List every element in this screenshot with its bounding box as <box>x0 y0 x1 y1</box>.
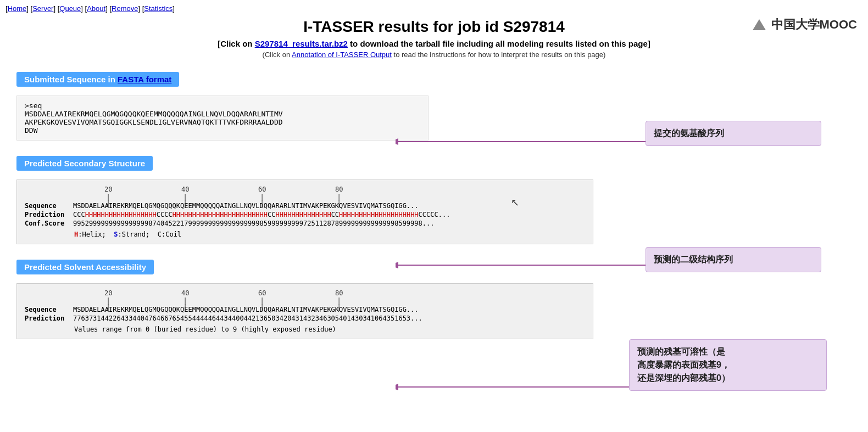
callout-solvent-accessibility: 预测的残基可溶性（是 高度暴露的表面残基9， 还是深埋的内部残基0） <box>629 339 827 391</box>
prediction-label: Prediction <box>25 211 73 218</box>
solvent-ruler-tick-40: 40| <box>181 289 189 311</box>
callout-secondary-structure: 预测的二级结构序列 <box>646 247 821 272</box>
confscore-row: Conf.Score 99529999999999999998740452217… <box>25 220 585 227</box>
secondary-structure-section: Predicted Secondary Structure 20| 40| 60… <box>0 148 868 244</box>
ruler-tick-40: 40| <box>181 186 189 207</box>
sequence-header-line: >seq <box>25 102 420 110</box>
ruler-tick-60: 60| <box>258 186 266 207</box>
ruler-tick-80: 80| <box>335 186 343 207</box>
nav-home[interactable]: Home <box>8 4 27 13</box>
sequence-line-3: DDW <box>25 126 420 134</box>
prediction-content: CCCHHHHHHHHHHHHHHHHHHCCCCHHHHHHHHHHHHHHH… <box>73 211 450 218</box>
nav-statistics[interactable]: Statistics <box>144 4 173 13</box>
solvent-prediction-content: 7763731442264334404764667654554444464434… <box>73 315 422 322</box>
solvent-ruler: 20| 40| 60| 80| <box>25 289 585 305</box>
sequence-content: MSDDAELAAIREKRMQELQGMQGQQQKQEEMMQQQQQAIN… <box>73 202 419 210</box>
secondary-structure-header: Predicted Secondary Structure <box>16 156 153 171</box>
solvent-ruler-tick-80: 80| <box>335 289 343 311</box>
page-title: I-TASSER results for job id S297814 <box>5 18 863 36</box>
solvent-prediction-label: Prediction <box>25 315 73 322</box>
arrow-3 <box>396 381 632 392</box>
ruler-tick-20: 20| <box>104 186 112 207</box>
page-header: I-TASSER results for job id S297814 [Cli… <box>0 15 868 64</box>
confscore-label: Conf.Score <box>25 220 73 227</box>
solvent-ruler-tick-20: 20| <box>104 289 112 311</box>
nav-remove[interactable]: Remove <box>112 4 138 13</box>
fasta-link[interactable]: FASTA format <box>118 75 171 84</box>
nav-queue[interactable]: Queue <box>59 4 81 13</box>
solvent-accessibility-header: Predicted Solvent Accessibility <box>16 260 154 274</box>
download-info: [Click on S297814_results.tar.bz2 to dow… <box>5 39 863 48</box>
nav-server[interactable]: Server <box>32 4 53 13</box>
secondary-ruler: 20| 40| 60| 80| <box>25 186 585 201</box>
callout-submitted-sequence: 提交的氨基酸序列 <box>646 121 821 146</box>
secondary-legend: H:Helix; S:Strand; C:Coil <box>25 231 585 238</box>
sequence-box: >seq MSDDAELAAIREKRMQELQGMQGQQQKQEEMMQQQ… <box>16 96 429 141</box>
sequence-label: Sequence <box>25 202 73 210</box>
mooc-label: 中国大学MOOC <box>771 16 857 33</box>
solvent-sequence-label: Sequence <box>25 306 73 313</box>
submitted-sequence-header: Submitted Sequence in FASTA format <box>16 72 179 87</box>
secondary-prediction-row: Prediction CCCHHHHHHHHHHHHHHHHHHCCCCHHHH… <box>25 211 585 218</box>
annotation-link[interactable]: Annotation of I-TASSER Output <box>292 51 392 59</box>
mooc-logo: 中国大学MOOC <box>750 16 857 33</box>
confscore-content: 9952999999999999999874045221799999999999… <box>73 220 434 227</box>
nav-about[interactable]: About <box>87 4 105 13</box>
sequence-line-2: AKPEKGKQVESVIVQMATSGQIGGKLSENDLIGLVERVNA… <box>25 118 420 126</box>
mooc-icon <box>750 17 768 32</box>
download-link[interactable]: S297814_results.tar.bz2 <box>255 39 348 48</box>
sequence-line-1: MSDDAELAAIREKRMQELQGMQGQQQKQEEMMQQQQQAIN… <box>25 110 420 118</box>
solvent-ruler-tick-60: 60| <box>258 289 266 311</box>
annotation-info: (Click on Annotation of I-TASSER Output … <box>5 51 863 59</box>
secondary-structure-box: 20| 40| 60| 80| Sequence MSDDAELAAIREKRM… <box>16 179 593 244</box>
solvent-prediction-row: Prediction 77637314422643344047646676545… <box>25 315 585 322</box>
top-navigation: [Home] [Server] [Queue] [About] [Remove]… <box>0 0 868 15</box>
solvent-values-note: Values range from 0 (buried residue) to … <box>25 326 585 333</box>
solvent-sequence-content: MSDDAELAAIREKRMQELQGMQGQQQKQEEMMQQQQQAIN… <box>73 306 419 313</box>
solvent-accessibility-box: 20| 40| 60| 80| Sequence MSDDAELAAIREKRM… <box>16 283 593 339</box>
